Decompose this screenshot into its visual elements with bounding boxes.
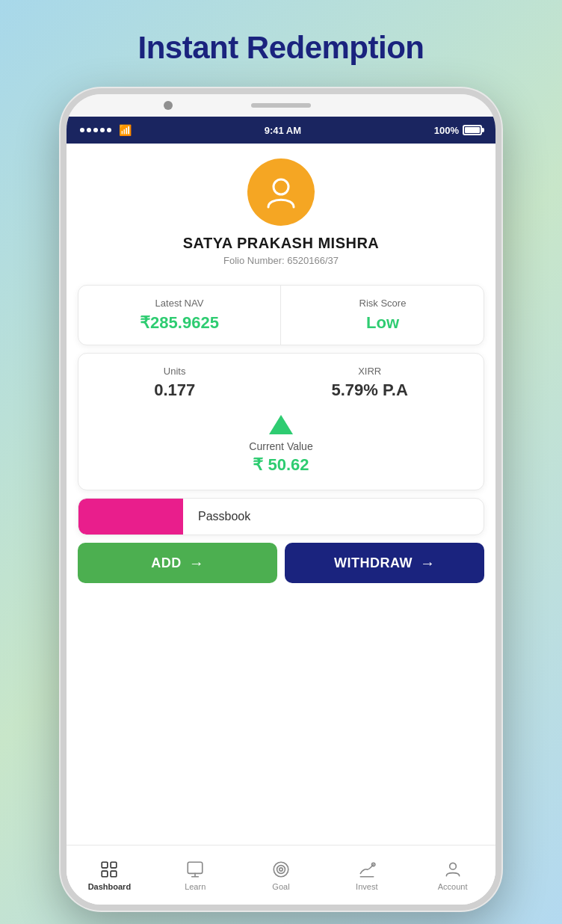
- invest-icon: [357, 860, 377, 879]
- nav-stat: Latest NAV ₹285.9625: [78, 286, 281, 345]
- passbook-label: Passbook: [183, 499, 250, 535]
- svg-rect-2: [111, 862, 117, 868]
- risk-stat: Risk Score Low: [282, 286, 484, 345]
- withdraw-arrow-icon: →: [420, 555, 435, 572]
- svg-point-8: [280, 867, 282, 870]
- nav-label-dashboard: Dashboard: [88, 882, 131, 891]
- phone-speaker: [251, 103, 311, 108]
- user-icon: [262, 173, 300, 211]
- page-title: Instant Redemption: [138, 30, 424, 66]
- stats-card-2: Units 0.177 XIRR 5.79% P.A Current Value…: [78, 353, 484, 490]
- nav-label-invest: Invest: [356, 882, 377, 891]
- phone-camera: [164, 101, 173, 110]
- withdraw-button[interactable]: WITHDRAW →: [285, 543, 484, 583]
- status-bar: 📶 9:41 AM 100%: [67, 117, 495, 144]
- add-label: ADD: [151, 555, 182, 571]
- nav-label: Latest NAV: [155, 298, 204, 309]
- passbook-section[interactable]: Passbook: [78, 498, 484, 535]
- xirr-label: XIRR: [358, 366, 381, 377]
- add-arrow-icon: →: [189, 555, 204, 572]
- learn-icon: [185, 860, 205, 879]
- nav-item-learn[interactable]: Learn: [152, 854, 238, 897]
- folio-number: Folio Number: 6520166/37: [223, 255, 339, 266]
- withdraw-label: WITHDRAW: [334, 555, 413, 571]
- nav-value: ₹285.9625: [140, 313, 219, 333]
- action-buttons: ADD → WITHDRAW →: [78, 543, 484, 583]
- svg-point-0: [274, 179, 288, 194]
- svg-rect-4: [111, 871, 117, 877]
- avatar: [247, 158, 315, 226]
- passbook-tab-active: [78, 499, 183, 535]
- nav-item-goal[interactable]: Goal: [238, 854, 324, 897]
- phone-frame: 📶 9:41 AM 100% SATYA PRAKASH MISHRA Foli…: [61, 88, 501, 911]
- nav-item-account[interactable]: Account: [410, 854, 495, 897]
- current-value-label: Current Value: [249, 440, 312, 452]
- add-button[interactable]: ADD →: [78, 543, 277, 583]
- current-value-amount: ₹ 50.62: [253, 455, 309, 475]
- current-value-section: Current Value ₹ 50.62: [86, 415, 476, 475]
- units-label: Units: [164, 366, 186, 377]
- nav-label-goal: Goal: [272, 882, 289, 891]
- profile-section: SATYA PRAKASH MISHRA Folio Number: 65201…: [67, 144, 495, 277]
- nav-label-learn: Learn: [185, 882, 206, 891]
- svg-rect-3: [102, 871, 108, 877]
- phone-top: [67, 94, 495, 117]
- svg-rect-1: [102, 862, 108, 868]
- risk-label: Risk Score: [359, 298, 407, 309]
- svg-rect-5: [188, 862, 203, 873]
- nav-label-account: Account: [438, 882, 468, 891]
- stats-card-1: Latest NAV ₹285.9625 Risk Score Low: [78, 285, 484, 345]
- svg-point-7: [277, 865, 285, 873]
- wifi-icon: 📶: [119, 124, 132, 136]
- nav-item-invest[interactable]: Invest: [324, 854, 410, 897]
- triangle-up-icon: [269, 415, 293, 434]
- account-icon: [443, 860, 463, 879]
- risk-value: Low: [366, 313, 399, 333]
- bottom-nav: Dashboard Learn Goal: [67, 845, 495, 905]
- xirr-stat: XIRR 5.79% P.A: [332, 366, 408, 400]
- dashboard-icon: [99, 860, 119, 879]
- svg-point-6: [274, 862, 288, 877]
- nav-item-dashboard[interactable]: Dashboard: [67, 854, 152, 897]
- goal-icon: [271, 860, 291, 879]
- phone-content: SATYA PRAKASH MISHRA Folio Number: 65201…: [67, 144, 495, 905]
- status-time: 9:41 AM: [265, 125, 301, 136]
- units-stat: Units 0.177: [154, 366, 195, 400]
- units-value: 0.177: [154, 381, 195, 400]
- user-name: SATYA PRAKASH MISHRA: [183, 235, 380, 252]
- xirr-value: 5.79% P.A: [332, 381, 408, 400]
- svg-point-10: [449, 863, 456, 869]
- battery-percent: 100%: [434, 125, 459, 136]
